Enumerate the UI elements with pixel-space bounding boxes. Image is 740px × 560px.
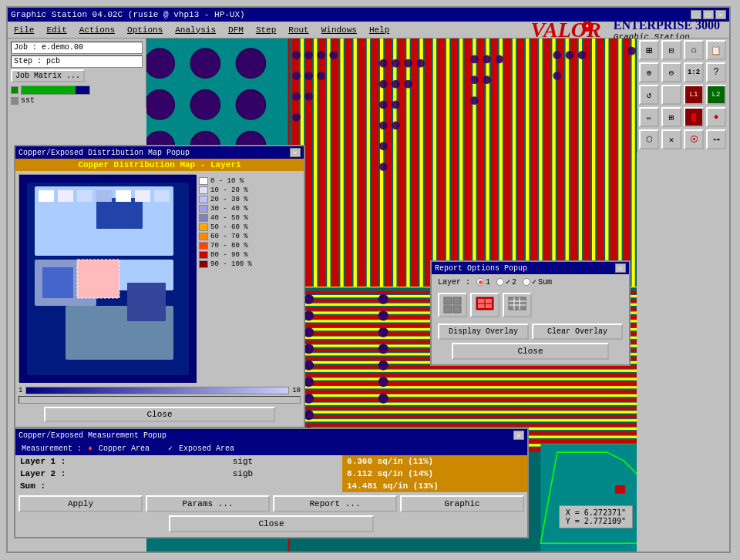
step-field: Step : pcb xyxy=(11,55,143,68)
display-overlay-btn[interactable]: Display Overlay xyxy=(438,324,529,340)
svg-point-3 xyxy=(190,49,220,79)
toolbar-btn-conn[interactable]: ⊶ xyxy=(706,129,726,149)
toolbar-btn-help[interactable]: ? xyxy=(706,62,726,82)
menu-analysis[interactable]: Analysis xyxy=(172,24,219,36)
measurement-table: Layer 1 : sigt 6.360 sq/in (11%) Layer 2… xyxy=(15,455,527,492)
svg-rect-55 xyxy=(570,39,577,287)
radio-layer2[interactable]: ✓ 2 xyxy=(496,277,516,287)
progress-label-2: sst xyxy=(21,96,35,105)
toolbar-btn-dot[interactable]: ⦿ xyxy=(684,129,704,149)
svg-rect-115 xyxy=(288,386,637,388)
legend-40-50: 40 - 50 % xyxy=(199,214,301,222)
toolbar-btn-scale[interactable]: 1:2 xyxy=(684,62,704,82)
toolbar-btn-layer2[interactable]: L2 xyxy=(706,85,726,105)
svg-rect-113 xyxy=(288,370,637,372)
menu-options[interactable]: Options xyxy=(124,24,166,36)
legend-label-70-80: 70 - 80 % xyxy=(210,242,248,250)
svg-point-70 xyxy=(292,92,301,101)
title-text: Graphic Station 04.02C (rusie @ vhp13 - … xyxy=(11,10,245,19)
report-icon-grid[interactable] xyxy=(438,293,467,317)
legend-30-40: 30 - 40 % xyxy=(199,205,301,213)
toolbar-btn-zoom-out[interactable]: ⊖ xyxy=(661,62,681,82)
dist-scrollbar[interactable] xyxy=(18,396,301,404)
toolbar-btn-pencil[interactable]: ✏ xyxy=(639,107,659,127)
svg-point-7 xyxy=(236,90,266,120)
svg-rect-45 xyxy=(504,39,511,287)
menu-help[interactable]: Help xyxy=(366,24,392,36)
svg-rect-184 xyxy=(77,190,92,202)
legend-label-20-30: 20 - 30 % xyxy=(210,196,248,203)
clear-overlay-btn[interactable]: Clear Overlay xyxy=(532,324,623,340)
svg-point-84 xyxy=(392,59,400,68)
svg-rect-24 xyxy=(367,39,370,287)
radio-sum-value: Sum xyxy=(538,278,552,287)
svg-point-87 xyxy=(392,121,400,129)
radio-sum[interactable]: ✓ Sum xyxy=(523,277,552,287)
measurement-close-x[interactable]: × xyxy=(513,431,524,440)
toolbar-btn-info[interactable]: 📋 xyxy=(706,40,726,60)
menu-edit[interactable]: Edit xyxy=(43,24,69,36)
toolbar-btn-layer1[interactable]: L1 xyxy=(684,85,704,105)
progress-bar-1 xyxy=(21,86,90,95)
report-title-bar: Report Options Popup × xyxy=(432,262,629,274)
params-btn[interactable]: Params ... xyxy=(146,495,270,512)
measurement-buttons: Apply Params ... Report ... Graphic xyxy=(15,492,527,515)
toolbar-btn-undo[interactable]: ↺ xyxy=(639,85,659,105)
graphic-btn[interactable]: Graphic xyxy=(400,495,524,512)
apply-btn[interactable]: Apply xyxy=(18,495,143,512)
report-icon-table[interactable] xyxy=(503,293,532,317)
toolbar-btn-select[interactable]: ⊞ xyxy=(661,107,681,127)
svg-point-98 xyxy=(553,72,561,80)
toolbar-btn-cross[interactable]: ✕ xyxy=(661,129,681,149)
toolbar-btn-circle[interactable]: ● xyxy=(706,107,726,127)
legend-80-90: 80 - 90 % xyxy=(199,251,301,259)
toolbar-btn-view1[interactable]: ⊞ xyxy=(639,40,659,60)
svg-point-143 xyxy=(304,294,314,304)
svg-point-101 xyxy=(627,47,636,55)
menu-rout[interactable]: Rout xyxy=(285,24,311,36)
svg-rect-54 xyxy=(566,39,569,287)
menu-actions[interactable]: Actions xyxy=(76,24,118,36)
menu-step[interactable]: Step xyxy=(253,24,279,36)
report-icon-chart[interactable] xyxy=(470,293,500,317)
svg-point-88 xyxy=(404,59,412,68)
toolbar-btn-node[interactable]: ⬡ xyxy=(639,129,659,149)
report-close-btn[interactable]: Close xyxy=(452,343,610,360)
svg-rect-60 xyxy=(605,39,608,287)
svg-rect-48 xyxy=(526,39,529,287)
svg-point-97 xyxy=(553,51,561,59)
menu-file[interactable]: File xyxy=(11,24,37,36)
toolbar-btn-pattern[interactable]: ▓ xyxy=(684,107,704,127)
toolbar-btn-empty1[interactable] xyxy=(661,85,681,105)
svg-rect-138 xyxy=(288,415,637,418)
table-icon xyxy=(508,297,526,314)
svg-rect-137 xyxy=(288,407,637,410)
radio-sum-indicator xyxy=(523,278,530,286)
measurement-close-btn[interactable]: Close xyxy=(169,515,374,532)
svg-point-153 xyxy=(378,310,388,320)
svg-rect-39 xyxy=(465,39,472,287)
legend-0-10: 0 - 10 % xyxy=(199,177,301,185)
report-layer-row: Layer : 1 ✓ 2 ✓ Sum xyxy=(432,274,629,290)
toolbar-btn-home[interactable]: ⌂ xyxy=(684,40,704,60)
legend-label-30-40: 30 - 40 % xyxy=(210,205,248,213)
logo-product: ENTERPRISE 3000 Graphic Station xyxy=(614,18,720,42)
dist-close-btn[interactable]: Close xyxy=(44,407,274,422)
layer2-name: sigb xyxy=(228,468,342,480)
toolbar-btn-zoom-in[interactable]: ⊕ xyxy=(639,62,659,82)
job-matrix-btn[interactable]: Job Matrix ... xyxy=(11,69,85,82)
svg-point-73 xyxy=(304,72,313,80)
legend-60-70: 60 - 70 % xyxy=(199,233,301,240)
legend-color-70-80 xyxy=(199,242,208,250)
radio-layer1[interactable]: 1 xyxy=(476,278,490,287)
toolbar-btn-view2[interactable]: ⊟ xyxy=(661,40,681,60)
menu-dfm[interactable]: DFM xyxy=(225,24,247,36)
menu-windows[interactable]: Windows xyxy=(318,24,360,36)
legend-color-80-90 xyxy=(199,251,208,259)
report-close-x[interactable]: × xyxy=(615,263,626,273)
svg-rect-135 xyxy=(288,391,637,394)
svg-point-76 xyxy=(317,72,325,80)
copper-dist-close-x[interactable]: × xyxy=(290,148,301,157)
report-btn[interactable]: Report ... xyxy=(273,495,397,512)
svg-point-79 xyxy=(379,80,388,89)
